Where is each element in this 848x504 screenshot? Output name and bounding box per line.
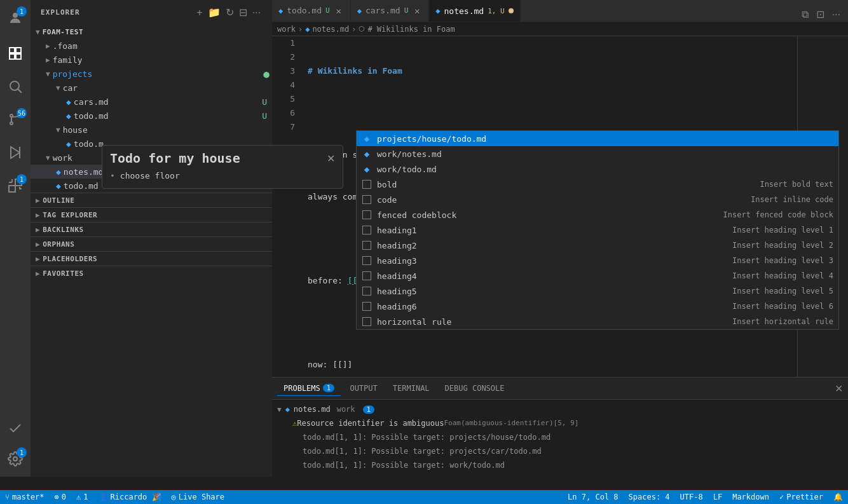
breadcrumb: work › ◆ notes.md › ⬡ # Wikilinks in Foa…: [272, 22, 848, 36]
settings-activity-icon[interactable]: 1: [0, 444, 31, 474]
autocomplete-item-4[interactable]: code Insert inline code: [357, 192, 838, 207]
new-folder-button[interactable]: 📁: [207, 5, 222, 20]
source-control-activity-icon[interactable]: 56: [0, 104, 31, 135]
testing-activity-icon[interactable]: [0, 413, 31, 444]
status-warnings[interactable]: ⚠ 1: [71, 490, 93, 504]
sidebar-item-todo-car[interactable]: ◆ todo.md U: [31, 109, 272, 123]
status-prettier[interactable]: ✓ Prettier: [774, 490, 828, 504]
hover-popup-body: • choose floor: [102, 168, 343, 188]
foam-icon-1: ◆: [364, 149, 369, 159]
new-file-button[interactable]: +: [195, 5, 203, 20]
autocomplete-item-6[interactable]: heading1 Insert heading level 1: [357, 222, 838, 238]
breadcrumb-notes-md[interactable]: notes.md: [312, 25, 349, 34]
orphans-header[interactable]: ▶ ORPHANS: [31, 237, 272, 251]
hover-popup-close-button[interactable]: ✕: [327, 153, 335, 165]
sidebar-header-actions: + 📁 ↻ ⊟ ···: [195, 5, 262, 20]
user-icon: 👤: [99, 493, 108, 501]
favorites-header[interactable]: ▶ FAVORITES: [31, 266, 272, 280]
tab-cars-md[interactable]: ◆ cars.md U ✕: [351, 0, 430, 22]
outline-header[interactable]: ▶ OUTLINE: [31, 193, 272, 207]
problems-close-button[interactable]: ✕: [835, 383, 843, 395]
workspace-root[interactable]: ▼ FOAM-TEST: [31, 25, 272, 39]
branch-label: master*: [12, 493, 44, 501]
collapse-all-button[interactable]: ⊟: [238, 5, 249, 20]
problems-tab-terminal[interactable]: TERMINAL: [386, 381, 436, 396]
svg-rect-1: [10, 48, 15, 53]
ac-item-8-label: heading3: [377, 256, 727, 266]
autocomplete-item-5[interactable]: fenced codeblock Insert fenced code bloc…: [357, 207, 838, 222]
status-errors[interactable]: ⊗ 0: [50, 490, 71, 504]
autocomplete-item-9[interactable]: heading4 Insert heading level 4: [357, 268, 838, 283]
more-actions-button[interactable]: ···: [251, 5, 262, 20]
autocomplete-item-8[interactable]: heading3 Insert heading level 3: [357, 253, 838, 268]
sidebar-item-car[interactable]: ▼ car: [31, 81, 272, 95]
tag-explorer-label: TAG EXPLORER: [43, 211, 97, 219]
autocomplete-item-10[interactable]: heading5 Insert heading level 5: [357, 283, 838, 299]
layout-button[interactable]: ⊡: [814, 7, 827, 22]
work-chevron: ▼: [46, 154, 50, 162]
tab-notes-md[interactable]: ◆ notes.md 1, U: [429, 0, 520, 22]
problems-tab-debug[interactable]: DEBUG CONSOLE: [439, 381, 511, 396]
status-eol[interactable]: LF: [708, 490, 727, 504]
errors-icon: ⊗: [55, 493, 59, 501]
status-live-share[interactable]: ◎ Live Share: [167, 490, 229, 504]
split-editor-button[interactable]: ⧉: [799, 8, 811, 22]
backlinks-header[interactable]: ▶ BACKLINKS: [31, 222, 272, 236]
sidebar-title: Explorer: [41, 8, 80, 17]
problems-detail-row-1[interactable]: todo.md[1, 1]: Possible target: projects…: [277, 430, 843, 444]
tag-explorer-header[interactable]: ▶ TAG EXPLORER: [31, 208, 272, 222]
sidebar-item-house[interactable]: ▼ house: [31, 123, 272, 137]
explorer-activity-icon[interactable]: [0, 38, 31, 69]
extensions-activity-icon[interactable]: 1: [0, 170, 31, 201]
sidebar-item-cars-md[interactable]: ◆ cars.md U: [31, 95, 272, 109]
autocomplete-item-1[interactable]: ◆ work/notes.md: [357, 146, 838, 161]
notes-md-icon: ◆: [56, 167, 61, 177]
problems-detail-row-3[interactable]: todo.md[1, 1]: Possible target: work/tod…: [277, 458, 843, 472]
breadcrumb-work[interactable]: work: [277, 25, 296, 34]
problems-file-notes[interactable]: ▼ ◆ notes.md work 1: [277, 402, 843, 416]
problems-file-chevron: ▼: [277, 405, 282, 414]
breadcrumb-sep-2: ›: [352, 25, 356, 34]
autocomplete-item-7[interactable]: heading2 Insert heading level 2: [357, 238, 838, 253]
autocomplete-item-3[interactable]: bold Insert bold text: [357, 177, 838, 192]
avatar-icon[interactable]: 1: [0, 3, 31, 33]
placeholders-header[interactable]: ▶ PLACEHOLDERS: [31, 252, 272, 266]
tab-todo-md-close[interactable]: ✕: [334, 6, 344, 16]
status-notifications[interactable]: 🔔: [828, 490, 848, 504]
tab-todo-md-icon: ◆: [278, 6, 283, 15]
status-encoding[interactable]: UTF-8: [675, 490, 708, 504]
status-branch[interactable]: ⑂ master*: [0, 490, 50, 504]
sidebar-item-family[interactable]: ▶ family: [31, 53, 272, 67]
svg-line-6: [18, 90, 22, 93]
autocomplete-item-12[interactable]: horizontal rule Insert horizontal rule: [357, 314, 838, 329]
ac-item-6-icon: [362, 225, 372, 235]
breadcrumb-heading[interactable]: # Wikilinks in Foam: [367, 25, 455, 34]
sidebar-item-projects[interactable]: ▼ projects ●: [31, 67, 272, 81]
tab-todo-md[interactable]: ◆ todo.md U ✕: [272, 0, 351, 22]
status-language[interactable]: Markdown: [727, 490, 774, 504]
status-cursor-pos[interactable]: Ln 7, Col 8: [563, 490, 623, 504]
problems-detail-2: todo.md[1, 1]: Possible target: projects…: [303, 444, 542, 458]
status-spaces[interactable]: Spaces: 4: [624, 490, 675, 504]
refresh-button[interactable]: ↻: [224, 5, 235, 20]
sidebar-item-foam[interactable]: ▶ .foam: [31, 39, 272, 53]
problems-detail-row-2[interactable]: todo.md[1, 1]: Possible target: projects…: [277, 444, 843, 458]
tab-cars-md-close[interactable]: ✕: [412, 6, 422, 16]
run-activity-icon[interactable]: [0, 137, 31, 168]
autocomplete-item-2[interactable]: ◆ work/todo.md: [357, 161, 838, 177]
search-activity-icon[interactable]: [0, 71, 31, 102]
problems-tab-output[interactable]: OUTPUT: [343, 381, 383, 396]
problems-warning-row[interactable]: ⚠ Resource identifier is ambiguous Foam(…: [277, 416, 843, 430]
ac-item-11-icon: [362, 301, 372, 311]
autocomplete-item-0[interactable]: ◆ projects/house/todo.md: [357, 131, 838, 146]
placeholders-label: PLACEHOLDERS: [43, 255, 97, 263]
more-tabs-button[interactable]: ···: [830, 8, 843, 22]
tab-notes-md-icon: ◆: [435, 6, 440, 15]
tab-actions: ⧉ ⊡ ···: [799, 7, 848, 22]
snippet-icon-6: [362, 226, 371, 235]
cars-md-icon: ◆: [66, 97, 71, 107]
status-user[interactable]: 👤 Riccardo 🎉: [93, 490, 167, 504]
problems-tab-problems[interactable]: PROBLEMS 1: [277, 381, 341, 396]
problems-panel: PROBLEMS 1 OUTPUT TERMINAL DEBUG CONSOLE…: [272, 377, 848, 504]
autocomplete-item-11[interactable]: heading6 Insert heading level 6: [357, 299, 838, 314]
